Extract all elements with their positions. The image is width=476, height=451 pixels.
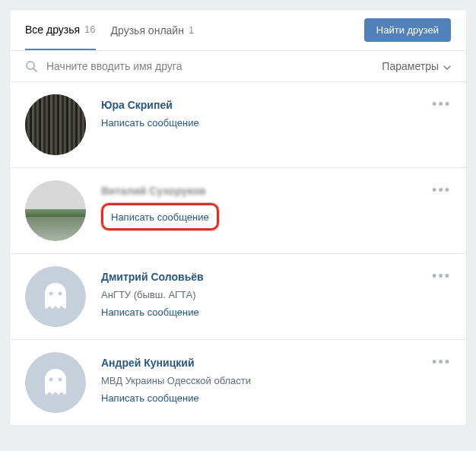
search-input[interactable] [46, 60, 382, 72]
tabs-row: Все друзья 16 Друзья онлайн 1 Найти друз… [10, 10, 466, 51]
friend-name[interactable]: Виталий Сухоруков [101, 185, 451, 197]
friend-name[interactable]: Дмитрий Соловьёв [101, 271, 451, 283]
more-icon[interactable]: ••• [432, 355, 451, 369]
friend-info: Андрей Куницкий МВД Украины Одесской обл… [101, 352, 451, 404]
friend-row: Дмитрий Соловьёв АнГТУ (бывш. АГТА) Напи… [10, 254, 466, 340]
friend-row: Юра Скрипей Написать сообщение ••• [10, 82, 466, 168]
write-message-link[interactable]: Написать сообщение [101, 306, 451, 318]
friend-name[interactable]: Андрей Куницкий [101, 357, 451, 369]
find-friends-button[interactable]: Найти друзей [364, 18, 451, 42]
tab-count: 1 [189, 24, 194, 36]
avatar[interactable] [25, 352, 86, 413]
avatar[interactable] [25, 266, 86, 327]
tab-all-friends[interactable]: Все друзья 16 [25, 10, 96, 50]
search-icon [25, 60, 37, 72]
tab-count: 16 [84, 24, 95, 35]
friend-row: Виталий Сухоруков Написать сообщение ••• [10, 168, 466, 254]
tab-label: Все друзья [25, 24, 80, 36]
svg-point-2 [49, 292, 53, 296]
write-message-link[interactable]: Написать сообщение [101, 117, 451, 129]
write-message-link[interactable]: Написать сообщение [111, 211, 209, 223]
tab-friends-online[interactable]: Друзья онлайн 1 [111, 10, 195, 50]
avatar[interactable] [25, 180, 86, 241]
friend-meta: АнГТУ (бывш. АГТА) [101, 289, 451, 300]
friend-info: Дмитрий Соловьёв АнГТУ (бывш. АГТА) Напи… [101, 266, 451, 318]
avatar[interactable] [25, 94, 86, 155]
parameters-dropdown[interactable]: Параметры [382, 60, 451, 72]
chevron-down-icon [443, 60, 451, 72]
svg-point-3 [59, 292, 62, 296]
friend-row: Андрей Куницкий МВД Украины Одесской обл… [10, 340, 466, 425]
svg-point-5 [59, 378, 62, 382]
friend-info: Виталий Сухоруков Написать сообщение [101, 180, 451, 230]
friend-info: Юра Скрипей Написать сообщение [101, 94, 451, 129]
friend-name[interactable]: Юра Скрипей [101, 99, 451, 111]
tab-label: Друзья онлайн [111, 24, 184, 37]
svg-point-4 [49, 378, 53, 382]
write-message-link[interactable]: Написать сообщение [101, 392, 451, 404]
more-icon[interactable]: ••• [432, 97, 451, 111]
highlight-annotation: Написать сообщение [101, 203, 219, 230]
parameters-label: Параметры [382, 60, 439, 72]
svg-line-1 [33, 68, 36, 71]
placeholder-avatar-icon [37, 278, 74, 315]
search-row: Параметры [10, 51, 466, 82]
friend-meta: МВД Украины Одесской области [101, 375, 451, 386]
more-icon[interactable]: ••• [432, 183, 451, 197]
more-icon[interactable]: ••• [432, 269, 451, 283]
placeholder-avatar-icon [37, 364, 74, 401]
friends-panel: Все друзья 16 Друзья онлайн 1 Найти друз… [9, 9, 467, 426]
